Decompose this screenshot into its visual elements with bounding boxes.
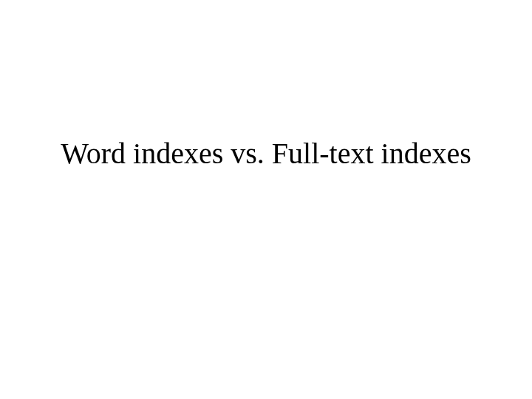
- slide-title: Word indexes vs. Full-text indexes: [61, 136, 471, 171]
